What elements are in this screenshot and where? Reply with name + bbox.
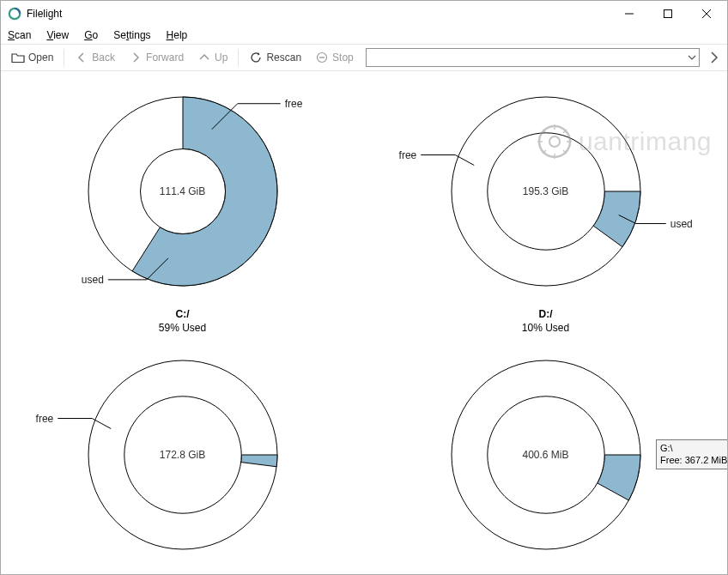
- stop-button[interactable]: Stop: [310, 49, 359, 66]
- disk-chart-g[interactable]: 400.6 MiB: [434, 343, 658, 566]
- forward-button[interactable]: Forward: [124, 49, 189, 66]
- forward-label: Forward: [146, 51, 184, 64]
- location-bar[interactable]: [366, 48, 700, 67]
- titlebar: Filelight: [1, 1, 727, 27]
- chevron-up-icon: [197, 51, 211, 64]
- svg-text:used: used: [81, 274, 103, 286]
- go-button[interactable]: [707, 51, 722, 64]
- disk-chart-d[interactable]: freeused195.3 GiB: [434, 80, 658, 303]
- drive-tile-c: freeused111.4 GiBC:/59% Used: [1, 71, 364, 335]
- svg-point-1: [13, 12, 16, 15]
- back-button[interactable]: Back: [70, 49, 120, 66]
- up-button[interactable]: Up: [192, 49, 233, 66]
- drive-tile-e: free172.8 GiB: [1, 335, 364, 574]
- open-label: Open: [28, 51, 53, 64]
- svg-text:free: free: [35, 413, 53, 425]
- minimize-button[interactable]: [610, 2, 648, 26]
- tooltip: G:\Free: 367.2 MiB: [656, 439, 727, 469]
- drive-caption: D:/10% Used: [522, 308, 569, 335]
- rescan-button[interactable]: Rescan: [244, 49, 306, 66]
- drive-tile-d: freeused195.3 GiBD:/10% Used: [364, 71, 727, 335]
- refresh-icon: [249, 51, 263, 64]
- app-icon: [8, 7, 21, 21]
- svg-point-9: [140, 149, 225, 234]
- menubar: Scan View Go Settings Help: [1, 27, 727, 44]
- menu-go[interactable]: Go: [82, 28, 100, 42]
- disk-chart-e[interactable]: free172.8 GiB: [71, 343, 294, 566]
- stop-icon: [315, 51, 329, 64]
- app-window: Filelight Scan View Go Settings Help Ope…: [0, 0, 728, 575]
- chevron-down-icon[interactable]: [685, 51, 699, 64]
- menu-scan[interactable]: Scan: [6, 28, 33, 42]
- content-area: freeused111.4 GiBC:/59% Usedfreeused195.…: [1, 71, 727, 574]
- svg-text:used: used: [670, 218, 692, 230]
- svg-point-17: [487, 133, 604, 250]
- menu-settings[interactable]: Settings: [112, 28, 152, 42]
- menu-view[interactable]: View: [45, 28, 70, 42]
- drive-caption: C:/59% Used: [159, 308, 206, 335]
- maximize-button[interactable]: [648, 2, 687, 26]
- svg-text:free: free: [284, 98, 302, 110]
- folder-open-icon: [11, 51, 25, 64]
- drive-tile-g: 400.6 MiBG:\Free: 367.2 MiB: [364, 335, 727, 574]
- close-button[interactable]: [687, 2, 725, 26]
- chevron-right-icon: [129, 51, 143, 64]
- up-label: Up: [215, 51, 228, 64]
- svg-text:free: free: [398, 149, 416, 161]
- window-title: Filelight: [27, 8, 62, 20]
- svg-point-30: [487, 396, 604, 513]
- svg-rect-3: [664, 10, 671, 18]
- open-button[interactable]: Open: [6, 49, 58, 66]
- separator: [64, 49, 64, 66]
- disk-chart-c[interactable]: freeused111.4 GiB: [71, 80, 294, 303]
- back-label: Back: [92, 51, 115, 64]
- chevron-left-icon: [75, 51, 88, 64]
- toolbar: Open Back Forward Up Rescan: [1, 44, 727, 71]
- menu-help[interactable]: Help: [165, 28, 190, 42]
- stop-label: Stop: [332, 51, 354, 64]
- svg-point-25: [124, 396, 240, 513]
- separator: [238, 49, 239, 66]
- rescan-label: Rescan: [266, 51, 301, 64]
